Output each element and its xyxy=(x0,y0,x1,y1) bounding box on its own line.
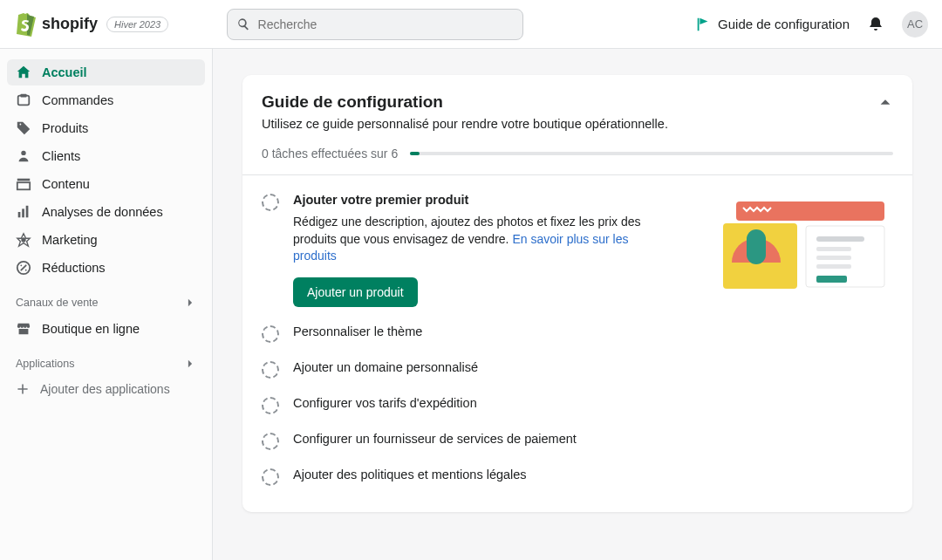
search-input[interactable] xyxy=(258,17,514,31)
sidebar-item-label: Boutique en ligne xyxy=(42,322,140,336)
svg-rect-4 xyxy=(17,182,30,189)
product-illustration xyxy=(719,193,893,297)
logo-area: shopify Hiver 2023 xyxy=(14,12,213,37)
sidebar-item-products[interactable]: Produits xyxy=(7,115,205,141)
sidebar-item-content[interactable]: Contenu xyxy=(7,171,205,197)
sidebar-item-online-store[interactable]: Boutique en ligne xyxy=(7,316,205,342)
guide-subtitle: Utilisez ce guide personnalisé pour rend… xyxy=(262,117,893,131)
svg-rect-6 xyxy=(22,208,24,217)
step-status-icon xyxy=(262,468,279,486)
step-shipping[interactable]: Configurer vos tarifs d'expédition xyxy=(262,387,893,423)
store-icon xyxy=(16,321,31,337)
bell-icon[interactable] xyxy=(867,16,884,33)
shopify-logo[interactable]: shopify xyxy=(14,12,98,37)
step-status-icon xyxy=(262,325,279,343)
brand-text: shopify xyxy=(42,15,98,33)
step-title: Ajouter un domaine personnalisé xyxy=(293,360,893,374)
svg-rect-18 xyxy=(747,229,766,264)
discount-icon xyxy=(16,260,31,276)
apps-header-label: Applications xyxy=(16,358,74,370)
orders-icon xyxy=(16,92,31,108)
svg-rect-5 xyxy=(18,212,21,217)
avatar[interactable]: AC xyxy=(902,11,928,38)
guide-link[interactable]: Guide de configuration xyxy=(695,17,850,32)
progress-bar xyxy=(410,152,893,155)
step-payment[interactable]: Configurer un fournisseur de services de… xyxy=(262,423,893,459)
flag-icon xyxy=(695,17,711,32)
shopify-bag-icon xyxy=(14,12,37,37)
search-field[interactable] xyxy=(227,9,523,40)
sidebar-item-discounts[interactable]: Réductions xyxy=(7,255,205,281)
svg-rect-14 xyxy=(816,256,851,260)
sidebar-item-orders[interactable]: Commandes xyxy=(7,87,205,113)
step-title: Configurer un fournisseur de services de… xyxy=(293,432,893,446)
step-add-domain[interactable]: Ajouter un domaine personnalisé xyxy=(262,352,893,387)
channels-header-label: Canaux de vente xyxy=(16,297,99,309)
step-title: Personnaliser le thème xyxy=(293,324,893,338)
step-status-icon xyxy=(262,194,279,211)
chevron-right-icon xyxy=(184,297,196,309)
svg-rect-16 xyxy=(816,276,847,283)
plus-icon xyxy=(16,382,30,396)
guide-link-label: Guide de configuration xyxy=(718,17,850,31)
step-description: Rédigez une description, ajoutez des pho… xyxy=(293,214,659,265)
step-list: Ajouter votre premier produit Rédigez un… xyxy=(242,175,912,512)
sidebar-item-label: Analyses de données xyxy=(42,205,163,219)
step-title: Ajouter des politiques et mentions légal… xyxy=(293,468,893,481)
step-title: Ajouter votre premier produit xyxy=(293,193,705,207)
step-add-product[interactable]: Ajouter votre premier produit Rédigez un… xyxy=(262,184,893,316)
sidebar-item-home[interactable]: Accueil xyxy=(7,59,205,85)
guide-title: Guide de configuration xyxy=(262,92,443,112)
analytics-icon xyxy=(16,204,31,220)
step-status-icon xyxy=(262,433,279,450)
svg-rect-13 xyxy=(816,247,851,251)
header-right: Guide de configuration AC xyxy=(695,11,928,38)
search-icon xyxy=(236,17,251,32)
header: shopify Hiver 2023 Guide de configuratio… xyxy=(0,0,942,49)
sidebar-item-label: Marketing xyxy=(42,233,98,247)
sidebar-item-label: Contenu xyxy=(42,177,90,191)
content-icon xyxy=(16,176,31,192)
chevron-right-icon xyxy=(184,358,196,370)
step-status-icon xyxy=(262,397,279,414)
svg-rect-7 xyxy=(26,206,29,218)
sidebar-item-marketing[interactable]: Marketing xyxy=(7,227,205,253)
home-icon xyxy=(16,65,31,80)
add-product-button[interactable]: Ajouter un produit xyxy=(293,277,418,307)
add-apps-label: Ajouter des applications xyxy=(40,382,170,396)
step-status-icon xyxy=(262,361,279,379)
marketing-icon xyxy=(16,232,31,248)
progress-text: 0 tâches effectuées sur 6 xyxy=(262,147,398,160)
svg-rect-10 xyxy=(736,201,884,221)
chevron-up-icon[interactable] xyxy=(877,94,893,110)
apps-header[interactable]: Applications xyxy=(7,351,205,377)
channels-header[interactable]: Canaux de vente xyxy=(7,290,205,316)
season-badge: Hiver 2023 xyxy=(106,17,168,32)
step-legal[interactable]: Ajouter des politiques et mentions légal… xyxy=(262,459,893,495)
svg-point-8 xyxy=(21,237,25,242)
svg-rect-1 xyxy=(20,94,26,98)
svg-point-2 xyxy=(21,151,25,155)
sidebar-item-label: Accueil xyxy=(42,65,87,79)
step-customize-theme[interactable]: Personnaliser le thème xyxy=(262,316,893,352)
sidebar-item-label: Réductions xyxy=(42,261,106,275)
step-title: Configurer vos tarifs d'expédition xyxy=(293,396,893,410)
sidebar-item-customers[interactable]: Clients xyxy=(7,143,205,169)
svg-rect-3 xyxy=(17,179,30,181)
svg-rect-12 xyxy=(816,236,864,242)
sidebar: Accueil Commandes Produits Clients Conte… xyxy=(0,49,213,560)
sidebar-item-label: Commandes xyxy=(42,93,113,107)
sidebar-item-label: Produits xyxy=(42,121,88,135)
svg-rect-15 xyxy=(816,264,851,269)
add-apps-button[interactable]: Ajouter des applications xyxy=(7,377,205,401)
sidebar-item-label: Clients xyxy=(42,149,80,163)
main-content: Guide de configuration Utilisez ce guide… xyxy=(213,49,942,560)
setup-guide-card: Guide de configuration Utilisez ce guide… xyxy=(242,75,912,512)
person-icon xyxy=(16,148,31,164)
tag-icon xyxy=(16,120,31,136)
sidebar-item-analytics[interactable]: Analyses de données xyxy=(7,199,205,225)
